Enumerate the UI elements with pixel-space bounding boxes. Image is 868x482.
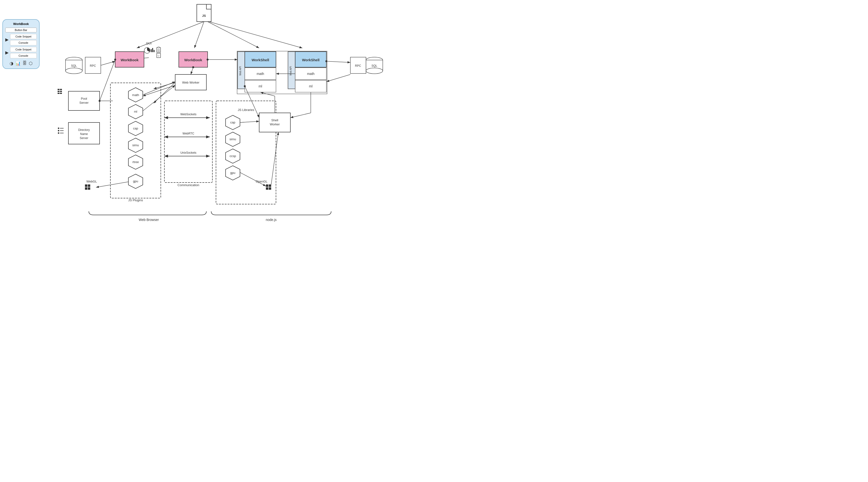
- workbook2-label: WorkBook: [184, 58, 202, 62]
- js-libs-label: JS Libraries: [238, 108, 254, 112]
- svg-rect-68: [88, 187, 90, 190]
- svg-line-76: [100, 60, 115, 101]
- workshell2-label: WorkShell: [302, 58, 319, 62]
- main-diagram-svg: JS GUI +− ×÷ WorkBook: [0, 0, 434, 241]
- communication-label: Communication: [178, 183, 199, 187]
- svg-point-32: [366, 68, 383, 74]
- svg-point-48: [58, 130, 59, 131]
- svg-point-50: [58, 132, 59, 134]
- ml1-label: ml: [259, 84, 262, 88]
- svg-line-80: [143, 85, 175, 111]
- svg-text:Server: Server: [80, 136, 88, 140]
- js-plugins-label: JS Plugins: [128, 198, 143, 202]
- ml2-label: ml: [309, 84, 313, 88]
- svg-line-74: [240, 172, 266, 186]
- pool-server-icon: [58, 89, 62, 94]
- plugin-simu-label: simu: [132, 143, 139, 147]
- plugin-rtree-label: rtree: [132, 160, 139, 164]
- workshell1-label: WorkShell: [251, 58, 269, 62]
- opengl-label: OpenGL: [255, 180, 267, 183]
- webgl-icon: [85, 185, 90, 190]
- svg-text:Name: Name: [80, 132, 88, 136]
- js-file-icon: JS: [197, 4, 211, 22]
- math1-label: math: [256, 72, 264, 76]
- svg-rect-73: [269, 187, 271, 190]
- svg-rect-39: [60, 89, 62, 90]
- svg-line-79: [143, 85, 175, 96]
- svg-line-10: [208, 22, 259, 48]
- web-api1-label: Web API: [239, 66, 242, 76]
- svg-rect-70: [266, 185, 268, 187]
- svg-rect-15: [154, 50, 155, 52]
- svg-rect-41: [60, 91, 62, 92]
- svg-line-36: [327, 75, 350, 82]
- web-api2-label: Web API: [289, 66, 292, 76]
- svg-text:Worker: Worker: [270, 122, 280, 126]
- svg-line-54: [191, 67, 193, 75]
- dns-icon: [58, 127, 64, 134]
- svg-text:Server: Server: [80, 101, 89, 105]
- svg-point-77: [114, 59, 116, 60]
- websockets-label: WebSockets: [180, 113, 196, 116]
- svg-line-87: [290, 113, 311, 118]
- svg-rect-38: [58, 89, 60, 90]
- svg-rect-42: [58, 93, 60, 94]
- svg-rect-14: [152, 48, 153, 52]
- svg-line-34: [327, 61, 350, 62]
- gui-label: GUI: [146, 41, 151, 45]
- workbook1-label: WorkBook: [121, 58, 139, 62]
- pool-server-label: Pool: [81, 97, 87, 101]
- plugin-cap-label: cap: [133, 126, 138, 130]
- lib-cap-label: cap: [230, 120, 236, 124]
- svg-rect-13: [151, 49, 152, 52]
- webgl-label: WebGL: [86, 180, 97, 183]
- svg-point-55: [192, 66, 194, 68]
- plugin-math-label: math: [132, 93, 139, 97]
- svg-line-29: [101, 61, 115, 65]
- svg-rect-71: [269, 185, 271, 187]
- rpc2-label: RPC: [355, 64, 361, 67]
- svg-rect-16: [157, 48, 160, 52]
- svg-rect-66: [88, 185, 90, 187]
- webrtc-label: WebRTC: [183, 132, 194, 135]
- svg-line-9: [194, 22, 204, 48]
- opengl-icon: [266, 185, 271, 190]
- sql1-label: SQL: [71, 64, 77, 67]
- svg-text:×÷: ×÷: [158, 56, 160, 57]
- svg-point-27: [65, 68, 82, 74]
- svg-rect-65: [85, 185, 87, 187]
- lib-ccsp-label: ccsp: [230, 154, 236, 158]
- sql2-label: SQL: [371, 64, 377, 67]
- nodejs-label: node.js: [266, 218, 276, 222]
- svg-rect-67: [85, 187, 87, 190]
- diagram-container: WorkBook Button Bar ▶ Code Snippet Conso…: [0, 0, 434, 241]
- svg-rect-72: [266, 187, 268, 190]
- svg-line-11: [209, 22, 302, 48]
- math2-label: math: [307, 72, 314, 76]
- svg-line-62: [240, 121, 259, 122]
- dns-label: Directory: [78, 128, 90, 132]
- shell-worker-label: Shell: [271, 118, 278, 122]
- svg-rect-17: [158, 47, 159, 48]
- plugin-gpu-label: gpu: [133, 179, 138, 183]
- plugin-ml-label: ml: [134, 110, 137, 113]
- js-label: JS: [202, 14, 206, 18]
- svg-line-75: [271, 132, 278, 185]
- lib-gpu-label: gpu: [230, 171, 236, 175]
- svg-point-46: [58, 127, 59, 129]
- lib-simu-label: simu: [229, 137, 236, 141]
- svg-line-78: [143, 82, 175, 95]
- svg-rect-43: [60, 93, 62, 94]
- svg-rect-40: [58, 91, 60, 92]
- svg-line-69: [96, 182, 128, 187]
- web-browser-label: Web Browser: [139, 218, 159, 222]
- svg-point-82: [207, 59, 209, 60]
- web-worker-label: Web Worker: [182, 81, 199, 84]
- svg-line-64: [260, 92, 275, 96]
- rpc1-label: RPC: [90, 64, 96, 67]
- unixsockets-label: UnixSockets: [181, 151, 196, 154]
